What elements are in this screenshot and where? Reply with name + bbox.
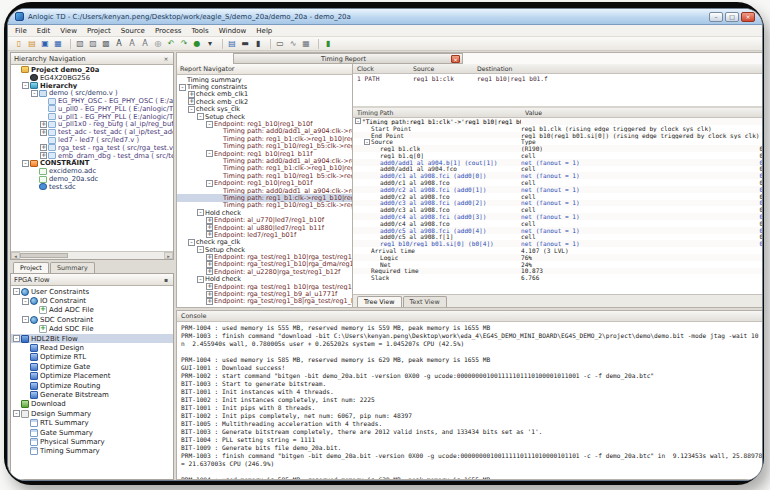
report-tree-item[interactable]: Timing path: add0/add1_al_a904:clk->reg1… <box>177 157 352 164</box>
chip-view-icon[interactable]: ▮ <box>252 38 264 50</box>
close-icon[interactable]: × <box>741 12 755 22</box>
undo-icon[interactable]: ↶ <box>165 38 177 50</box>
hierarchy-tree-item[interactable]: u_pll1 - EG_PHY_PLL ( E:/anlogic/TD4.2/l… <box>11 113 173 121</box>
timing-report-titlebar[interactable]: Timing Report × <box>233 53 463 64</box>
flow-tree-item[interactable]: RTL Summary <box>11 418 173 427</box>
expander-icon[interactable] <box>188 98 195 105</box>
report-tree-item[interactable]: Endpoint: rga_test/reg1_b10|rga_test/reg… <box>177 253 352 260</box>
find-icon[interactable]: ◎ <box>152 38 164 50</box>
flow-tree-item[interactable]: User Constraints <box>11 287 173 296</box>
expander-icon[interactable] <box>197 246 204 253</box>
expander-icon[interactable] <box>206 291 213 298</box>
report-tree-item[interactable]: Hold check <box>177 276 352 283</box>
save-all-icon[interactable]: ▦ <box>52 38 64 50</box>
expander-icon[interactable] <box>206 298 213 305</box>
menu-item[interactable]: Process <box>155 27 182 35</box>
flow-tree-item[interactable]: Timing Summary <box>11 447 173 456</box>
expander-icon[interactable] <box>206 231 213 238</box>
expander-icon[interactable] <box>188 239 195 246</box>
view-tab[interactable]: Tree View <box>357 296 402 307</box>
report-tree-item[interactable]: check emb_clk1 <box>177 91 352 98</box>
hierarchy-tree-item[interactable]: demo ( src/demo.v ) <box>11 89 173 97</box>
panel-pin-icon[interactable]: ▪ <box>162 276 170 283</box>
hierarchy-tree-item[interactable]: CONSTRAINT <box>11 160 173 168</box>
run-options-dropdown-icon[interactable]: ▾ <box>204 38 216 50</box>
expander-icon[interactable] <box>206 121 213 128</box>
expander-icon[interactable] <box>40 129 47 136</box>
font-decrease-icon[interactable]: A <box>126 38 138 50</box>
menu-item[interactable]: Edit <box>37 27 51 35</box>
report-tree-item[interactable]: Endpoint: led7/reg1_b01f <box>177 231 352 238</box>
flow-tree-item[interactable]: IO Constraint <box>11 296 173 305</box>
flow-tree-item[interactable]: Read Design <box>11 343 173 352</box>
report-tree-item[interactable]: Timing path: reg1_b10/reg1_b5:clk->reg1_… <box>177 143 352 150</box>
scroll-right-icon[interactable]: ▸ <box>164 252 173 259</box>
report-tree-item[interactable]: Timing constraints <box>177 83 352 90</box>
save-file-icon[interactable]: ▣ <box>39 38 51 50</box>
hierarchy-tree-item[interactable]: u_pll0 - EG_PHY_PLL ( E:/anlogic/TD4.2/l… <box>11 105 173 113</box>
expander-icon[interactable] <box>22 82 29 89</box>
flow-tree-item[interactable]: Add ADC File <box>11 306 173 315</box>
expander-icon[interactable] <box>13 288 20 295</box>
menu-item[interactable]: Help <box>256 27 272 35</box>
report-tree-item[interactable]: check rga_clk <box>177 239 352 246</box>
minimize-icon[interactable]: – <box>709 12 723 22</box>
font-default-icon[interactable]: A <box>139 38 151 50</box>
flow-tree-item[interactable]: Optimize RTL <box>11 353 173 362</box>
floorplan-view-icon[interactable]: ▬ <box>239 38 251 50</box>
wave-view-icon[interactable]: ∿ <box>287 38 299 50</box>
report-tree-item[interactable]: Timing path: reg1_b10/reg1_b5:clk->reg1_… <box>177 202 352 209</box>
sidebar-tab[interactable]: Summary <box>50 262 95 273</box>
report-tree-item[interactable]: Timing path: reg1_b1:clk->reg1_b10|reg1_… <box>177 135 352 142</box>
hierarchy-tree-item[interactable]: demo_20a.sdc <box>11 175 173 183</box>
open-file-icon[interactable]: ▤ <box>26 38 38 50</box>
flow-tree-item[interactable]: SDC Constraint <box>11 315 173 324</box>
hierarchy-tree-item[interactable]: u_pll1x0 - reg_bufg ( al_ip/reg_bufg.v ) <box>11 121 173 129</box>
maximize-icon[interactable]: □ <box>725 12 739 22</box>
flow-tree-item[interactable]: Design Summary <box>11 409 173 418</box>
flow-tree-item[interactable]: Generate Bitstream <box>11 390 173 399</box>
separator-icon[interactable] <box>267 39 271 49</box>
view-tab[interactable]: Text View <box>403 296 447 307</box>
expander-icon[interactable] <box>206 217 213 224</box>
flow-tree-item[interactable]: Download <box>11 400 173 409</box>
expander-icon[interactable] <box>40 121 47 128</box>
hierarchy-tree-item[interactable]: EG4X20BG256 <box>11 74 173 82</box>
separator-icon[interactable] <box>219 39 223 49</box>
expander-icon[interactable] <box>188 91 195 98</box>
separator-icon[interactable] <box>67 39 71 49</box>
report-tree-item[interactable]: Timing path: add0/add1_al_a904:clk->reg1… <box>177 128 352 135</box>
cut-icon[interactable]: ▧ <box>74 38 86 50</box>
grid-view-icon[interactable]: ▦ <box>300 38 312 50</box>
expander-icon[interactable] <box>40 152 47 159</box>
expander-icon[interactable] <box>206 261 213 268</box>
hierarchy-tree-item[interactable]: Project demo_20a <box>11 66 173 74</box>
expander-icon[interactable] <box>13 410 20 417</box>
menu-item[interactable]: Project <box>87 27 111 35</box>
sidebar-tab[interactable]: Project <box>13 262 49 273</box>
menu-item[interactable]: Window <box>219 27 247 35</box>
path-list-row[interactable]: 1 PATH reg1_b1:clk reg1_b10|reg1_b01.f <box>353 74 763 83</box>
separator-icon[interactable] <box>315 39 319 49</box>
close-icon[interactable]: × <box>451 55 460 63</box>
hierarchy-tree-item[interactable]: test.sdc <box>11 183 173 191</box>
expander-icon[interactable] <box>179 84 186 91</box>
report-tree-item[interactable]: Hold check <box>177 209 352 216</box>
expander-icon[interactable] <box>206 224 213 231</box>
redo-icon[interactable]: ↷ <box>178 38 190 50</box>
hierarchy-tree-item[interactable]: Hierarchy <box>11 82 173 90</box>
report-tree-item[interactable]: Endpoint: rga_test/reg1_b10|rga_test/reg… <box>177 283 352 290</box>
flow-tree-item[interactable]: Optimize Placement <box>11 372 173 381</box>
hierarchy-tree-item[interactable]: test_adc - test_adc ( al_ip/test_adc.v ) <box>11 128 173 136</box>
report-tree-item[interactable]: Setup check <box>177 246 352 253</box>
font-increase-icon[interactable]: A <box>113 38 125 50</box>
panel-close-icon[interactable]: × <box>162 55 170 62</box>
report-tree-item[interactable]: Timing path: reg1_b10/reg1_b5:clk->reg1_… <box>177 172 352 179</box>
report-tree-item[interactable]: Endpoint: rga_test/reg1_b8|rga_test/reg1… <box>177 298 352 305</box>
expander-icon[interactable] <box>22 316 29 323</box>
report-tree-item[interactable]: check emb_clk2 <box>177 98 352 105</box>
scroll-left-icon[interactable]: ◂ <box>11 252 20 259</box>
report-tree-item[interactable]: Endpoint: reg1_b10|reg1_b10f <box>177 120 352 127</box>
expander-icon[interactable] <box>197 113 204 120</box>
hierarchy-tree-item[interactable]: excidemo.adc <box>11 167 173 175</box>
